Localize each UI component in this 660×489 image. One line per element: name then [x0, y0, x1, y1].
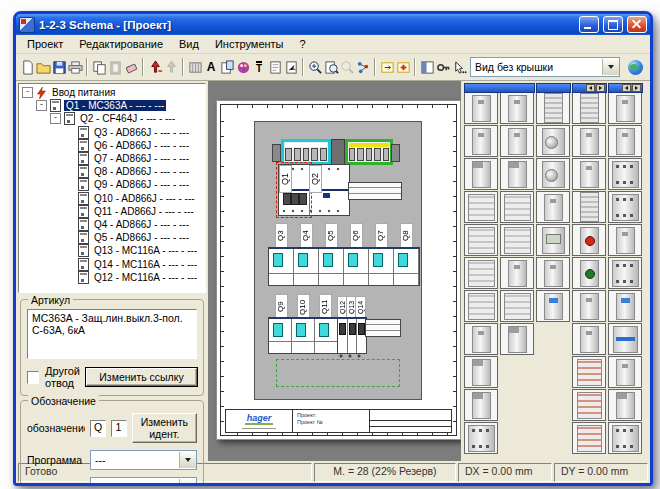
- local-dropdown[interactable]: ---: [90, 477, 197, 486]
- catalog-column-header[interactable]: [572, 83, 607, 93]
- product-thumbnail[interactable]: [464, 290, 498, 322]
- product-thumbnail[interactable]: [464, 323, 498, 355]
- tree-item[interactable]: Q3 - AD866J - --- - ---: [19, 126, 205, 139]
- product-thumbnail[interactable]: [572, 323, 606, 355]
- product-thumbnail[interactable]: [608, 389, 642, 421]
- drawing-canvas[interactable]: Q1Q2 Q3Q4Q5Q6Q7Q8 Q9Q10Q11Q12Q13Q14: [208, 81, 461, 461]
- product-thumbnail[interactable]: [608, 257, 642, 289]
- copy-icon[interactable]: [91, 58, 107, 77]
- chevron-down-icon[interactable]: [602, 59, 619, 75]
- new-icon[interactable]: [19, 58, 35, 77]
- tree-item-label[interactable]: Q4 - AD866J - --- - ---: [92, 219, 191, 230]
- product-thumbnail[interactable]: [608, 290, 642, 322]
- tree-item-label[interactable]: Q1 - MC363A - --- - ---: [64, 100, 166, 111]
- tree-item[interactable]: Q5 - AD866J - --- - ---: [19, 231, 205, 244]
- enclosure-panel[interactable]: Q1Q2 Q3Q4Q5Q6Q7Q8 Q9Q10Q11Q12Q13Q14: [254, 121, 422, 400]
- scroll-left-icon[interactable]: [622, 84, 631, 92]
- tree-expander-icon[interactable]: -: [50, 113, 61, 124]
- product-thumbnail[interactable]: [608, 422, 642, 454]
- title-icon[interactable]: T: [251, 58, 267, 77]
- designation-number-field[interactable]: 1: [111, 420, 126, 437]
- sheet-arrow-icon[interactable]: [283, 58, 299, 77]
- tree-item-label[interactable]: Q10 - AD866J - --- - ---: [92, 193, 197, 204]
- tree-item-label[interactable]: Ввод питания: [50, 87, 117, 98]
- product-thumbnail[interactable]: [608, 191, 642, 223]
- tree-item[interactable]: Q14 - MC116A - --- - ---: [19, 257, 205, 270]
- tree-expander-icon[interactable]: -: [22, 87, 33, 98]
- open-icon[interactable]: [35, 58, 51, 77]
- product-thumbnail[interactable]: [536, 290, 570, 322]
- program-dropdown[interactable]: ---: [90, 450, 197, 470]
- product-thumbnail[interactable]: [464, 92, 498, 124]
- din-rail-icon[interactable]: [187, 58, 203, 77]
- tree-item[interactable]: Q12 - MC116A - --- - ---: [19, 271, 205, 284]
- menu-tools[interactable]: Инструменты: [208, 37, 291, 51]
- zoom-page-icon[interactable]: [323, 58, 339, 77]
- product-thumbnail[interactable]: [500, 191, 534, 223]
- product-thumbnail[interactable]: [536, 191, 570, 223]
- tree-item-label[interactable]: Q8 - AD866J - --- - ---: [92, 166, 191, 177]
- product-thumbnail[interactable]: [572, 158, 606, 190]
- tree-item[interactable]: -Ввод питания: [19, 86, 205, 99]
- tree-item-label[interactable]: Q6 - AD866J - --- - ---: [92, 140, 191, 151]
- product-thumbnail[interactable]: [608, 125, 642, 157]
- frame-add-icon[interactable]: [395, 58, 411, 77]
- product-thumbnail[interactable]: [608, 158, 642, 190]
- tree-item[interactable]: Q8 - AD866J - --- - ---: [19, 165, 205, 178]
- zoom-in-icon[interactable]: [307, 58, 323, 77]
- close-button[interactable]: [627, 16, 647, 33]
- globe-icon[interactable]: [628, 60, 643, 75]
- door-view-icon[interactable]: [419, 58, 435, 77]
- product-thumbnail[interactable]: [572, 92, 606, 124]
- tree-item[interactable]: Q9 - AD866J - --- - ---: [19, 178, 205, 191]
- menu-view[interactable]: Вид: [172, 37, 206, 51]
- pointer-options-icon[interactable]: [451, 58, 467, 77]
- tree-item[interactable]: Q13 - MC116A - --- - ---: [19, 244, 205, 257]
- erase-icon[interactable]: [123, 58, 139, 77]
- product-thumbnail[interactable]: [572, 389, 606, 421]
- tree-item-label[interactable]: Q13 - MC116A - --- - ---: [92, 245, 199, 256]
- product-thumbnail[interactable]: [572, 191, 606, 223]
- palette-icon[interactable]: [235, 58, 251, 77]
- breaker-row-2[interactable]: [268, 317, 339, 354]
- tree-item-label[interactable]: Q3 - AD866J - --- - ---: [92, 127, 191, 138]
- product-thumbnail[interactable]: [572, 290, 606, 322]
- product-thumbnail[interactable]: [608, 323, 642, 355]
- product-thumbnail[interactable]: [464, 224, 498, 256]
- change-link-button[interactable]: Изменить ссылку: [86, 368, 197, 386]
- tree-item-label[interactable]: Q7 - AD866J - --- - ---: [92, 153, 191, 164]
- terminal-block-earth[interactable]: [345, 139, 393, 165]
- product-thumbnail[interactable]: [464, 191, 498, 223]
- catalog-column-header[interactable]: [536, 83, 571, 93]
- din-rail[interactable]: [348, 182, 402, 200]
- din-rail[interactable]: [365, 319, 401, 337]
- product-thumbnail[interactable]: [464, 158, 498, 190]
- scroll-left-icon[interactable]: [586, 84, 595, 92]
- view-mode-dropdown[interactable]: Вид без крышки: [470, 57, 620, 77]
- contactor-group[interactable]: [337, 317, 367, 354]
- product-thumbnail[interactable]: [464, 257, 498, 289]
- maximize-button[interactable]: [603, 16, 623, 33]
- tree-item[interactable]: -Q1 - MC363A - --- - ---: [19, 99, 205, 112]
- catalog-column-header[interactable]: [608, 83, 643, 93]
- product-thumbnail[interactable]: [500, 323, 534, 355]
- tree-item[interactable]: Q7 - AD866J - --- - ---: [19, 152, 205, 165]
- save-icon[interactable]: [51, 58, 67, 77]
- product-thumbnail[interactable]: [572, 356, 606, 388]
- tree-item-label[interactable]: Q2 - CF464J - --- - ---: [78, 113, 177, 124]
- scroll-right-icon[interactable]: [596, 84, 605, 92]
- scroll-right-icon[interactable]: [632, 84, 641, 92]
- tree-item-label[interactable]: Q5 - AD866J - --- - ---: [92, 232, 191, 243]
- minimize-button[interactable]: [579, 16, 599, 33]
- tree-expander-icon[interactable]: -: [36, 100, 47, 111]
- change-id-button[interactable]: Изменить идент.: [132, 413, 197, 443]
- project-tree[interactable]: -Ввод питания-Q1 - MC363A - --- - ----Q2…: [18, 83, 206, 293]
- product-thumbnail[interactable]: [572, 422, 606, 454]
- product-thumbnail[interactable]: [536, 224, 570, 256]
- product-thumbnail[interactable]: [608, 356, 642, 388]
- product-thumbnail[interactable]: [536, 125, 570, 157]
- product-thumbnail[interactable]: [572, 257, 606, 289]
- product-thumbnail[interactable]: [536, 257, 570, 289]
- tree-item-label[interactable]: Q11 - AD866J - --- - ---: [92, 206, 196, 217]
- product-thumbnail[interactable]: [500, 290, 534, 322]
